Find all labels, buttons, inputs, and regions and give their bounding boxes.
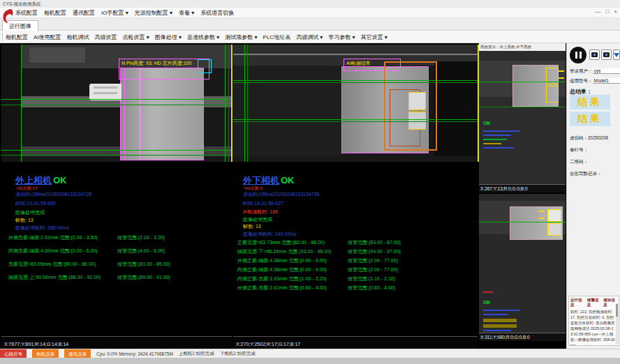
alarm-range: 报警范围:(94.00 - 97.00)	[348, 248, 401, 255]
toolbar-item-advanced-settings[interactable]: 高级设置	[95, 33, 117, 41]
measurement-row: 内侧负极-隔膜:4.60mm 范围:(3.00 - 6.00) 报警范围:(4.…	[8, 248, 230, 255]
toolbar-item-learning-params[interactable]: 学习参数 ▾	[328, 33, 355, 41]
toolbar-item-ai-config[interactable]: AI使用配置	[34, 33, 61, 41]
toolbar-item-baseline-params[interactable]: 基准线参数 ▾	[187, 33, 219, 41]
upper-camera-status: 上相机1:拍照完成	[179, 351, 214, 357]
alarm-range: 报警范围:(89.00 - 91.00)	[117, 274, 170, 281]
lower-camera-status: 下相机1:拍照完成	[220, 351, 256, 357]
menu-item-comm-config[interactable]: 通讯配置	[73, 9, 95, 17]
cpu-memory-status: Cpu: 0.0% Memory: 3424.41796875M	[96, 351, 173, 356]
center-ai-time: AI检测耗时: 166	[243, 208, 278, 215]
preview-b-status: OK	[483, 300, 491, 305]
alarm-range: 报警范围:(2.00 - 77.00)	[348, 257, 398, 264]
toolbar-grip[interactable]	[2, 33, 5, 41]
model-input[interactable]: Model1	[593, 78, 620, 84]
window-title: CYS-视觉检测系统	[3, 1, 41, 6]
menu-item-io-config[interactable]: IO手配置 ▾	[101, 9, 128, 17]
alarm-range: 报警范围:(2.00 - 77.00)	[348, 266, 398, 273]
center-camera-name: 外下相机	[243, 175, 279, 185]
center-camera-panel: AI检测结果 外下相机OK NG次数:0 虚拟码:Offline20250208…	[233, 43, 478, 349]
center-barcode: 虚拟码:Offline20250208133134728	[243, 191, 319, 198]
pin-number-label: 卷针号：	[570, 147, 588, 153]
left-image-overlay-label: N Pin高度: 93; HD 芯片高度:100	[121, 60, 191, 67]
comm-connection-badge: 通讯连接	[64, 349, 91, 358]
tab-row: 运行图像	[0, 18, 620, 31]
login-user-input[interactable]: cys	[593, 68, 620, 74]
center-image-overlay-label: AI检测结果	[346, 60, 371, 67]
measurement-row: 正极宽度=83.73mm 范围:(82.00 - 88.00) 报警范围:(83…	[237, 239, 476, 246]
measurement-row: 外侧正极-隔膜:4.38mm 范围:(0.00 - 9.00) 报警范围:(2.…	[237, 257, 476, 264]
info-tab-run[interactable]: 运行信息	[570, 298, 584, 308]
menu-item-view[interactable]: 查看 ▾	[179, 9, 194, 17]
preview-b-image[interactable]: OK	[479, 194, 566, 333]
measurement-row: 内侧正极-负极:1.93mm 范围:(1.00 - 2.20) 报警范围:(1.…	[237, 275, 476, 282]
left-status-ok: OK	[53, 175, 67, 185]
left-process-time: 图像处理耗时: 298.00ms	[15, 225, 69, 232]
camera-capture-button[interactable]	[589, 50, 600, 60]
toolbar-item-test-params[interactable]: 测试项参数 ▾	[225, 33, 257, 41]
minimize-icon[interactable]: —	[595, 8, 600, 15]
toolbar-item-image-processing[interactable]: 图像处理 ▾	[155, 33, 182, 41]
left-camera-name: 外上相机	[15, 175, 52, 185]
left-frame-count: 帧数: 13	[15, 217, 34, 224]
app-window: CYS-视觉检测系统 系统配置 相机配置 通讯配置 IO手配置 ▾ 光源控制配置…	[0, 0, 620, 364]
title-bar: CYS-视觉检测系统	[0, 0, 620, 8]
info-tab-alarm[interactable]: 报警信息	[587, 298, 601, 308]
measurement-value: 外侧负极-隔膜:2.91mm 范围:(2.00 - 3.50)	[8, 235, 98, 240]
measurement-row: 隔膜宽度-上:90.56mm 范围:(88.00 - 92.00) 报警范围:(…	[8, 274, 230, 281]
dropdown-button[interactable]	[613, 50, 620, 60]
camera-connection-badge: 相机连接	[32, 349, 59, 358]
toolbar-item-plc-address[interactable]: PLC地址表	[263, 33, 291, 41]
measurement-row: 内侧正极-隔膜:4.38mm 范围:(0.00 - 9.00) 报警范围:(2.…	[237, 266, 476, 273]
virtual-code-value: 20250208	[588, 135, 608, 140]
close-icon[interactable]: ×	[614, 8, 617, 15]
heartbeat-status-badge: 心跳信号	[0, 349, 27, 358]
toolbar: 相机配置 AI使用配置 相机调试 高级设置 点检设置 ▾ 图像处理 ▾ 基准线参…	[0, 31, 620, 43]
maximize-icon[interactable]: □	[605, 8, 609, 15]
pause-button[interactable]	[570, 47, 586, 63]
menu-item-language[interactable]: 系统语言切换	[200, 9, 234, 17]
center-panel-footer: X:270;Y:2502;R:17;G:17;B:17	[233, 336, 478, 349]
preview-column: 画面显示：外上画面 外下画面 OK X:267;Y:13;R:0;G:0;B:0	[479, 43, 566, 349]
toolbar-item-spot-check[interactable]: 点检设置 ▾	[123, 33, 149, 41]
detected-feature	[408, 112, 426, 130]
alarm-range: 报警范围:(83.00 - 87.00)	[348, 239, 401, 246]
result-box-1: 结果	[570, 95, 610, 109]
menu-bar: 系统配置 相机配置 通讯配置 IO手配置 ▾ 光源控制配置 ▾ 查看 ▾ 系统语…	[0, 8, 620, 18]
measurement-value: 负极宽度=83.05mm 范围:(80.00 - 86.00)	[8, 261, 96, 266]
menu-item-light-config[interactable]: 光源控制配置 ▾	[135, 9, 172, 17]
info-scrollbar[interactable]	[616, 303, 618, 344]
measurement-row: 负极宽度=83.05mm 范围:(80.00 - 86.00) 报警范围:(81…	[8, 261, 230, 268]
measurement-value: 内侧正极-负极:1.93mm 范围:(1.00 - 2.20)	[237, 276, 327, 281]
center-status-ok: OK	[281, 175, 295, 185]
info-log-text: 耗时: 222, 拍照检测耗时: 17, 拍照分差耗时: 0, 拍照提取分区耗时…	[569, 308, 619, 346]
left-barcode: 虚拟码:Offline20250208133134728	[15, 191, 91, 198]
login-user-label: 登录用户：	[570, 68, 593, 73]
bottom-strip	[0, 358, 620, 364]
measurement-value: 隔膜宽度-上:90.56mm 范围:(88.00 - 92.00)	[8, 275, 101, 280]
toolbar-item-advanced-debug[interactable]: 高级调试 ▾	[296, 33, 323, 41]
center-frame-count: 帧数: 13	[243, 223, 261, 230]
menu-item-system-config[interactable]: 系统配置	[15, 9, 38, 17]
panel-divider	[231, 45, 232, 162]
center-process-done: 图像处理完成	[243, 216, 272, 223]
preview-b-coords: X:311;Y:980;R:0;G:0;B:0	[479, 333, 566, 341]
detected-feature	[408, 92, 426, 110]
cell-region-outline	[120, 68, 204, 160]
menu-item-camera-config[interactable]: 相机配置	[44, 9, 66, 17]
chip-region-outline	[198, 59, 212, 73]
toolbar-item-camera-debug[interactable]: 相机调试	[67, 33, 89, 41]
toolbar-item-other-settings[interactable]: 其它设置 ▾	[361, 33, 388, 41]
camera-save-button[interactable]	[601, 50, 612, 60]
chevron-down-icon	[614, 53, 619, 57]
camera-icon	[591, 52, 598, 57]
center-process-time: 图像处理耗时: 140.00ms	[243, 231, 297, 238]
status-bar: 心跳信号 相机连接 通讯连接 Cpu: 0.0% Memory: 3424.41…	[0, 349, 620, 358]
measurement-row: 外侧正极-负极:2.61mm 范围:(0.60 - 4.00) 报警范围:(0.…	[237, 285, 476, 291]
app-logo-icon	[2, 8, 13, 26]
preview-a-image[interactable]: OK	[479, 51, 566, 184]
left-process-done: 图像处理完成	[15, 209, 45, 216]
alarm-range: 报警范围:(0.60 - 4.00)	[348, 285, 395, 291]
toolbar-item-camera-config[interactable]: 相机配置	[6, 33, 28, 41]
left-camera-panel: N Pin高度: 93; HD 芯片高度:100 外上相机OK NG次数:17 …	[1, 43, 232, 349]
